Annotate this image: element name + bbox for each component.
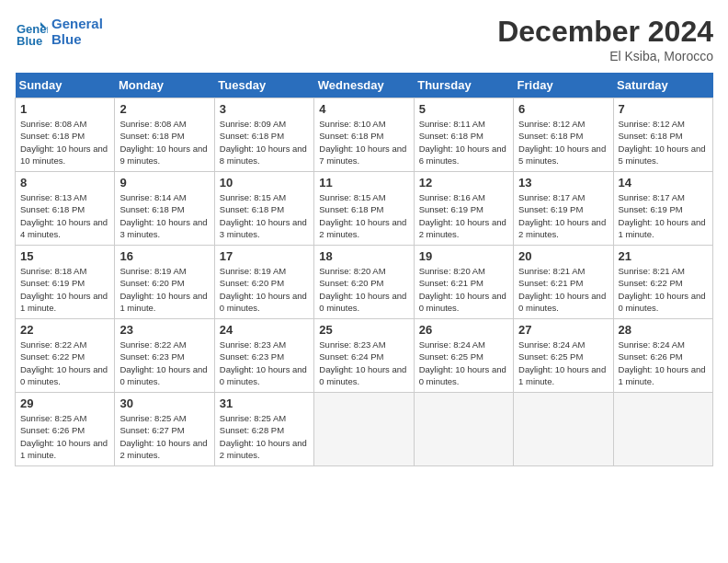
title-block: December 2024 El Ksiba, Morocco xyxy=(497,15,713,63)
col-saturday: Saturday xyxy=(613,73,712,98)
day-cell-15: 15 Sunrise: 8:18 AM Sunset: 6:19 PM Dayl… xyxy=(16,246,115,319)
day-number: 13 xyxy=(518,176,608,190)
col-friday: Friday xyxy=(514,73,613,98)
day-info: Sunrise: 8:20 AM Sunset: 6:20 PM Dayligh… xyxy=(319,265,408,314)
day-info: Sunrise: 8:22 AM Sunset: 6:23 PM Dayligh… xyxy=(119,339,209,387)
col-wednesday: Wednesday xyxy=(314,73,414,98)
week-row-4: 22 Sunrise: 8:22 AM Sunset: 6:22 PM Dayl… xyxy=(16,319,713,393)
day-info: Sunrise: 8:23 AM Sunset: 6:23 PM Dayligh… xyxy=(220,339,309,387)
day-info: Sunrise: 8:08 AM Sunset: 6:18 PM Dayligh… xyxy=(20,118,109,167)
day-number: 25 xyxy=(319,323,408,337)
day-info: Sunrise: 8:18 AM Sunset: 6:19 PM Dayligh… xyxy=(20,265,109,314)
day-info: Sunrise: 8:24 AM Sunset: 6:26 PM Dayligh… xyxy=(619,339,708,387)
page-header: General Blue GeneralBlue December 2024 E… xyxy=(15,15,713,63)
day-info: Sunrise: 8:21 AM Sunset: 6:22 PM Dayligh… xyxy=(619,265,708,314)
day-cell-14: 14 Sunrise: 8:17 AM Sunset: 6:19 PM Dayl… xyxy=(613,172,712,246)
day-number: 16 xyxy=(119,249,209,263)
day-number: 26 xyxy=(419,323,508,337)
day-cell-7: 7 Sunrise: 8:12 AM Sunset: 6:18 PM Dayli… xyxy=(613,98,712,172)
day-cell-22: 22 Sunrise: 8:22 AM Sunset: 6:22 PM Dayl… xyxy=(16,319,115,393)
day-cell-30: 30 Sunrise: 8:25 AM Sunset: 6:27 PM Dayl… xyxy=(115,393,214,466)
header-row: Sunday Monday Tuesday Wednesday Thursday… xyxy=(16,73,713,98)
day-cell-4: 4 Sunrise: 8:10 AM Sunset: 6:18 PM Dayli… xyxy=(314,98,414,172)
day-cell-2: 2 Sunrise: 8:08 AM Sunset: 6:18 PM Dayli… xyxy=(115,98,214,172)
day-info: Sunrise: 8:25 AM Sunset: 6:27 PM Dayligh… xyxy=(119,412,209,461)
day-info: Sunrise: 8:17 AM Sunset: 6:19 PM Dayligh… xyxy=(619,191,708,240)
day-number: 22 xyxy=(20,323,109,337)
day-info: Sunrise: 8:25 AM Sunset: 6:26 PM Dayligh… xyxy=(20,412,109,461)
logo-icon: General Blue xyxy=(15,15,48,48)
day-number: 5 xyxy=(419,102,508,116)
day-number: 11 xyxy=(319,176,408,190)
col-thursday: Thursday xyxy=(414,73,513,98)
day-cell-26: 26 Sunrise: 8:24 AM Sunset: 6:25 PM Dayl… xyxy=(414,319,513,393)
empty-cell xyxy=(314,393,414,466)
day-info: Sunrise: 8:09 AM Sunset: 6:18 PM Dayligh… xyxy=(220,118,309,167)
day-number: 24 xyxy=(220,323,309,337)
day-cell-19: 19 Sunrise: 8:20 AM Sunset: 6:21 PM Dayl… xyxy=(414,246,513,319)
logo-text: GeneralBlue xyxy=(51,16,103,47)
day-number: 9 xyxy=(119,176,209,190)
week-row-3: 15 Sunrise: 8:18 AM Sunset: 6:19 PM Dayl… xyxy=(16,246,713,319)
day-info: Sunrise: 8:15 AM Sunset: 6:18 PM Dayligh… xyxy=(220,191,309,240)
day-info: Sunrise: 8:19 AM Sunset: 6:20 PM Dayligh… xyxy=(119,265,209,314)
day-number: 17 xyxy=(220,249,309,263)
day-cell-31: 31 Sunrise: 8:25 AM Sunset: 6:28 PM Dayl… xyxy=(214,393,313,466)
day-number: 29 xyxy=(20,396,109,410)
day-number: 8 xyxy=(20,176,109,190)
day-info: Sunrise: 8:17 AM Sunset: 6:19 PM Dayligh… xyxy=(518,191,608,240)
day-cell-16: 16 Sunrise: 8:19 AM Sunset: 6:20 PM Dayl… xyxy=(115,246,214,319)
day-cell-8: 8 Sunrise: 8:13 AM Sunset: 6:18 PM Dayli… xyxy=(16,172,115,246)
day-cell-10: 10 Sunrise: 8:15 AM Sunset: 6:18 PM Dayl… xyxy=(214,172,313,246)
day-cell-9: 9 Sunrise: 8:14 AM Sunset: 6:18 PM Dayli… xyxy=(115,172,214,246)
day-number: 21 xyxy=(619,249,708,263)
day-info: Sunrise: 8:08 AM Sunset: 6:18 PM Dayligh… xyxy=(119,118,209,167)
col-sunday: Sunday xyxy=(16,73,115,98)
week-row-5: 29 Sunrise: 8:25 AM Sunset: 6:26 PM Dayl… xyxy=(16,393,713,466)
day-info: Sunrise: 8:13 AM Sunset: 6:18 PM Dayligh… xyxy=(20,191,109,240)
day-number: 7 xyxy=(619,102,708,116)
day-number: 20 xyxy=(518,249,608,263)
day-info: Sunrise: 8:23 AM Sunset: 6:24 PM Dayligh… xyxy=(319,339,408,387)
day-number: 19 xyxy=(419,249,508,263)
day-number: 10 xyxy=(220,176,309,190)
day-number: 31 xyxy=(220,396,309,410)
day-number: 6 xyxy=(518,102,608,116)
day-cell-29: 29 Sunrise: 8:25 AM Sunset: 6:26 PM Dayl… xyxy=(16,393,115,466)
day-cell-23: 23 Sunrise: 8:22 AM Sunset: 6:23 PM Dayl… xyxy=(115,319,214,393)
empty-cell xyxy=(514,393,613,466)
empty-cell xyxy=(414,393,513,466)
day-info: Sunrise: 8:24 AM Sunset: 6:25 PM Dayligh… xyxy=(518,339,608,387)
day-number: 1 xyxy=(20,102,109,116)
day-cell-12: 12 Sunrise: 8:16 AM Sunset: 6:19 PM Dayl… xyxy=(414,172,513,246)
day-info: Sunrise: 8:16 AM Sunset: 6:19 PM Dayligh… xyxy=(419,191,508,240)
day-cell-1: 1 Sunrise: 8:08 AM Sunset: 6:18 PM Dayli… xyxy=(16,98,115,172)
day-number: 27 xyxy=(518,323,608,337)
day-cell-27: 27 Sunrise: 8:24 AM Sunset: 6:25 PM Dayl… xyxy=(514,319,613,393)
day-number: 14 xyxy=(619,176,708,190)
day-number: 18 xyxy=(319,249,408,263)
col-tuesday: Tuesday xyxy=(214,73,313,98)
day-cell-21: 21 Sunrise: 8:21 AM Sunset: 6:22 PM Dayl… xyxy=(613,246,712,319)
logo: General Blue GeneralBlue xyxy=(15,15,103,48)
day-cell-18: 18 Sunrise: 8:20 AM Sunset: 6:20 PM Dayl… xyxy=(314,246,414,319)
day-info: Sunrise: 8:14 AM Sunset: 6:18 PM Dayligh… xyxy=(119,191,209,240)
day-cell-17: 17 Sunrise: 8:19 AM Sunset: 6:20 PM Dayl… xyxy=(214,246,313,319)
day-number: 12 xyxy=(419,176,508,190)
day-info: Sunrise: 8:21 AM Sunset: 6:21 PM Dayligh… xyxy=(518,265,608,314)
day-number: 23 xyxy=(119,323,209,337)
day-info: Sunrise: 8:24 AM Sunset: 6:25 PM Dayligh… xyxy=(419,339,508,387)
week-row-1: 1 Sunrise: 8:08 AM Sunset: 6:18 PM Dayli… xyxy=(16,98,713,172)
day-number: 30 xyxy=(119,396,209,410)
day-info: Sunrise: 8:12 AM Sunset: 6:18 PM Dayligh… xyxy=(619,118,708,167)
day-info: Sunrise: 8:22 AM Sunset: 6:22 PM Dayligh… xyxy=(20,339,109,387)
day-info: Sunrise: 8:11 AM Sunset: 6:18 PM Dayligh… xyxy=(419,118,508,167)
day-cell-13: 13 Sunrise: 8:17 AM Sunset: 6:19 PM Dayl… xyxy=(514,172,613,246)
day-cell-25: 25 Sunrise: 8:23 AM Sunset: 6:24 PM Dayl… xyxy=(314,319,414,393)
day-number: 15 xyxy=(20,249,109,263)
day-info: Sunrise: 8:25 AM Sunset: 6:28 PM Dayligh… xyxy=(220,412,309,461)
day-number: 2 xyxy=(119,102,209,116)
week-row-2: 8 Sunrise: 8:13 AM Sunset: 6:18 PM Dayli… xyxy=(16,172,713,246)
day-info: Sunrise: 8:10 AM Sunset: 6:18 PM Dayligh… xyxy=(319,118,408,167)
calendar-table: Sunday Monday Tuesday Wednesday Thursday… xyxy=(15,73,713,466)
